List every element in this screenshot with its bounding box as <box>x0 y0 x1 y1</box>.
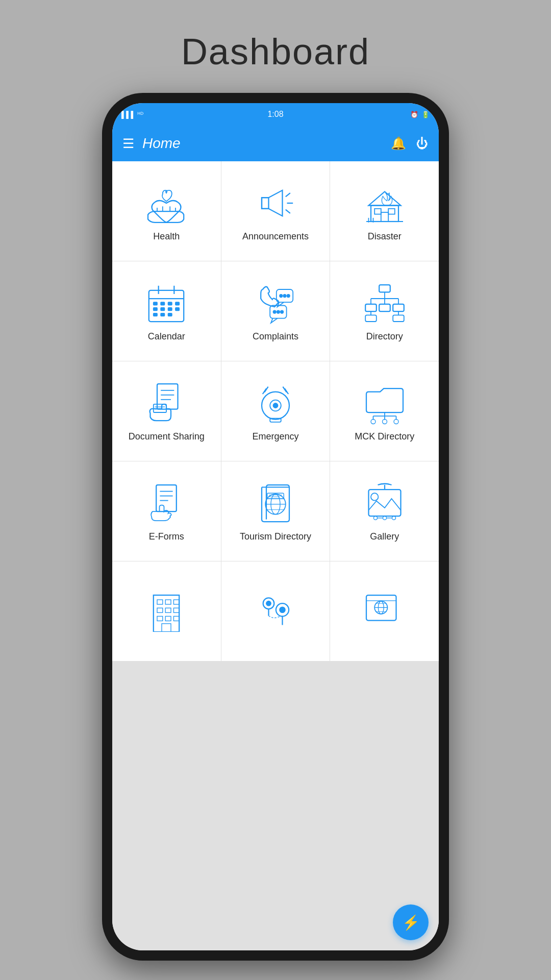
svg-point-105 <box>266 601 271 605</box>
svg-rect-22 <box>161 302 165 305</box>
svg-rect-46 <box>365 304 377 311</box>
svg-rect-26 <box>161 308 165 310</box>
svg-rect-21 <box>154 302 157 305</box>
page-title: Dashboard <box>181 31 370 72</box>
grid-item-emergency[interactable]: Emergency <box>221 361 330 461</box>
svg-rect-95 <box>166 600 171 604</box>
grid-item-gallery[interactable]: Gallery <box>330 461 439 561</box>
svg-rect-17 <box>149 290 184 322</box>
status-bar: ▌▌▌ ᴴᴰ 1:08 ⏰ 🔋 <box>112 103 439 126</box>
calendar-label: Calendar <box>148 331 185 342</box>
svg-rect-24 <box>176 302 179 305</box>
dashboard-grid: Health Announcements <box>112 161 439 950</box>
grid-item-announcements[interactable]: Announcements <box>221 161 330 261</box>
disaster-icon <box>362 180 408 226</box>
svg-point-35 <box>287 295 289 297</box>
bell-icon[interactable]: 🔔 <box>391 136 406 151</box>
e-forms-label: E-Forms <box>149 531 184 543</box>
complaints-icon <box>253 280 298 326</box>
svg-marker-4 <box>262 190 283 216</box>
svg-point-39 <box>281 310 283 313</box>
phone-screen: ▌▌▌ ᴴᴰ 1:08 ⏰ 🔋 ☰ Home 🔔 ⏻ <box>112 103 439 950</box>
health-icon <box>143 180 189 226</box>
status-time: 1:08 <box>267 110 283 119</box>
svg-point-108 <box>280 607 285 612</box>
app-bar: ☰ Home 🔔 ⏻ <box>112 126 439 161</box>
grid-item-web[interactable] <box>330 561 439 661</box>
svg-rect-27 <box>168 308 172 310</box>
signal-icon: ▌▌▌ ᴴᴰ <box>121 111 143 118</box>
svg-point-70 <box>382 419 387 424</box>
grid-item-complaints[interactable]: Complaints <box>221 261 330 361</box>
svg-line-8 <box>286 209 290 213</box>
gallery-icon <box>362 480 408 526</box>
directory-label: Directory <box>366 331 403 342</box>
app-title: Home <box>142 135 181 152</box>
tourism-directory-label: Tourism Directory <box>240 531 311 543</box>
svg-point-62 <box>273 403 278 408</box>
power-icon[interactable]: ⏻ <box>416 136 429 151</box>
svg-line-7 <box>286 193 290 197</box>
svg-point-34 <box>283 295 286 297</box>
svg-rect-94 <box>157 600 163 604</box>
emergency-label: Emergency <box>252 431 298 443</box>
map-icon <box>253 586 298 632</box>
document-sharing-icon <box>143 380 189 426</box>
grid-item-building[interactable] <box>112 561 221 661</box>
calendar-icon <box>143 280 189 326</box>
grid-item-tourism-directory[interactable]: Tourism Directory <box>221 461 330 561</box>
svg-point-86 <box>371 493 378 500</box>
grid-item-calendar[interactable]: Calendar <box>112 261 221 361</box>
svg-rect-98 <box>166 608 171 612</box>
svg-rect-23 <box>168 302 172 305</box>
svg-rect-48 <box>393 304 404 311</box>
svg-point-33 <box>280 295 282 297</box>
grid-item-health[interactable]: Health <box>112 161 221 261</box>
grid-item-map[interactable] <box>221 561 330 661</box>
svg-rect-51 <box>365 315 377 322</box>
document-sharing-label: Document Sharing <box>129 431 205 443</box>
svg-rect-52 <box>393 315 404 322</box>
e-forms-icon <box>143 480 189 526</box>
svg-rect-53 <box>157 384 178 409</box>
health-label: Health <box>153 231 180 242</box>
svg-rect-47 <box>379 304 390 311</box>
announcements-icon <box>253 180 298 226</box>
tourism-directory-icon <box>253 480 298 526</box>
emergency-icon <box>253 380 298 426</box>
menu-icon[interactable]: ☰ <box>122 136 134 152</box>
alarm-icon: ⏰ <box>410 111 418 118</box>
app-bar-left: ☰ Home <box>122 135 181 152</box>
gallery-label: Gallery <box>370 531 399 543</box>
grid-item-directory[interactable]: Directory <box>330 261 439 361</box>
svg-rect-40 <box>379 285 390 292</box>
app-bar-right: 🔔 ⏻ <box>391 136 429 151</box>
grid-item-disaster[interactable]: Disaster <box>330 161 439 261</box>
svg-rect-102 <box>174 616 180 621</box>
battery-icon: 🔋 <box>421 111 430 118</box>
grid-item-mck-directory[interactable]: MCK Directory <box>330 361 439 461</box>
grid-item-e-forms[interactable]: E-Forms <box>112 461 221 561</box>
complaints-label: Complaints <box>253 331 298 342</box>
svg-rect-29 <box>154 313 157 316</box>
svg-rect-12 <box>374 209 381 214</box>
svg-rect-97 <box>157 608 163 612</box>
grid-item-document-sharing[interactable]: Document Sharing <box>112 361 221 461</box>
svg-point-37 <box>273 310 276 313</box>
svg-rect-99 <box>174 608 180 612</box>
svg-point-69 <box>371 419 375 424</box>
announcements-label: Announcements <box>242 231 309 242</box>
svg-point-71 <box>394 419 398 424</box>
status-left: ▌▌▌ ᴴᴰ <box>121 111 143 118</box>
svg-rect-31 <box>168 313 172 316</box>
svg-rect-101 <box>166 616 171 621</box>
status-right: ⏰ 🔋 <box>410 111 430 118</box>
building-icon <box>143 586 189 632</box>
svg-point-38 <box>277 310 280 313</box>
svg-rect-28 <box>176 308 179 310</box>
svg-rect-103 <box>162 623 171 631</box>
mck-directory-label: MCK Directory <box>355 431 414 443</box>
svg-rect-25 <box>154 308 157 310</box>
directory-icon <box>362 280 408 326</box>
fab-button[interactable]: ⚡ <box>393 904 429 940</box>
